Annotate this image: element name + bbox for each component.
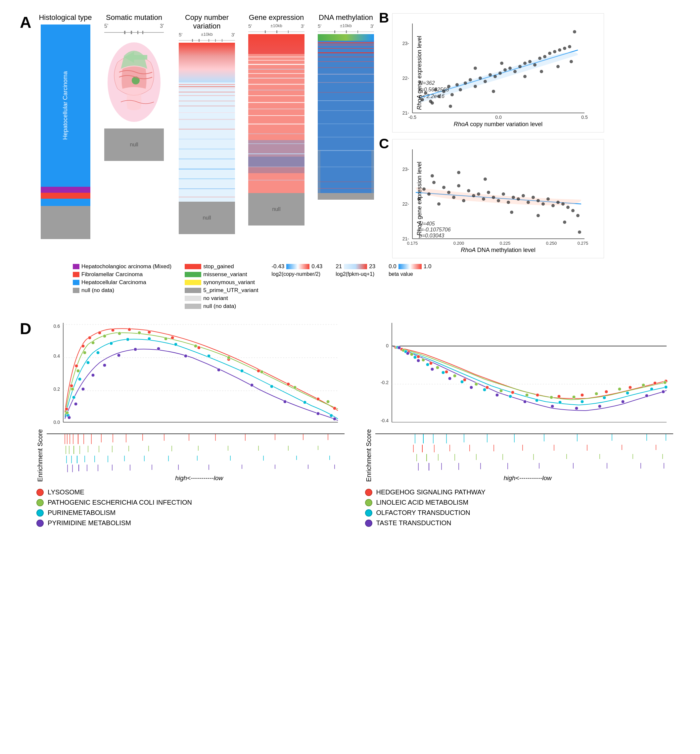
svg-rect-54 [248, 180, 305, 180]
somatic-track-svg [104, 29, 164, 36]
svg-point-370 [664, 385, 667, 389]
svg-rect-44 [248, 90, 305, 91]
svg-rect-20 [179, 101, 235, 101]
svg-rect-70 [318, 82, 374, 83]
svg-text:0.275: 0.275 [578, 241, 589, 246]
svg-text:-0.5: -0.5 [408, 114, 416, 120]
svg-point-169 [527, 201, 530, 204]
svg-point-167 [517, 197, 520, 201]
svg-rect-64 [318, 48, 374, 48]
svg-rect-13 [222, 39, 222, 42]
svg-text:0.0: 0.0 [495, 114, 502, 120]
svg-point-164 [502, 192, 505, 196]
svg-point-248 [117, 354, 120, 357]
svg-point-151 [437, 202, 441, 206]
svg-point-104 [478, 77, 482, 80]
svg-rect-76 [318, 150, 374, 151]
expr-legend-max: 23 [369, 263, 375, 270]
svg-point-381 [598, 405, 602, 408]
svg-point-360 [442, 371, 445, 374]
svg-point-185 [563, 221, 566, 224]
svg-rect-77 [318, 167, 374, 167]
svg-point-363 [509, 395, 512, 398]
svg-point-153 [447, 191, 450, 194]
expr-heatmap-top [248, 34, 305, 54]
svg-rect-11 [208, 39, 209, 42]
svg-point-124 [431, 101, 434, 105]
cnv-colorbar-row: -0.43 0.43 [271, 263, 322, 270]
svg-rect-4 [142, 31, 143, 34]
hist-legend-label-2: Fibrolamellar Carcinoma [81, 271, 143, 278]
svg-point-384 [662, 390, 665, 393]
panels-bc-container: B RhoA gene expression level 21- [392, 13, 617, 258]
gsea-left-rug-label: high<-----------low [47, 474, 352, 482]
svg-point-154 [452, 196, 455, 199]
svg-point-128 [500, 62, 503, 65]
svg-rect-35 [288, 30, 289, 33]
svg-point-114 [528, 60, 531, 63]
svg-text:0.0: 0.0 [54, 419, 60, 425]
svg-point-224 [194, 344, 197, 348]
svg-point-336 [581, 393, 584, 397]
svg-point-206 [128, 328, 131, 331]
expr-heatmap-svg [248, 54, 305, 193]
svg-rect-26 [179, 149, 235, 149]
hist-bar-hcc2 [41, 199, 91, 206]
svg-rect-1 [124, 31, 125, 34]
svg-point-382 [621, 400, 625, 403]
hist-legend-item-1: Hepatocholangioc arcinoma (Mixed) [73, 263, 172, 270]
svg-text:0.200: 0.200 [453, 241, 464, 246]
svg-text:0.4: 0.4 [54, 354, 60, 358]
gsea-left-rug-text: high<-----------low [175, 474, 223, 482]
panel-d-label: D [20, 319, 31, 338]
mut-legend-item-3: synonymous_variant [185, 279, 258, 286]
svg-point-130 [540, 70, 543, 73]
svg-point-123 [573, 30, 576, 33]
svg-text:r=-0.1075706: r=-0.1075706 [419, 227, 451, 233]
meth-column: DNA methylation 5' ±10kb 3' [313, 13, 379, 258]
svg-point-365 [558, 400, 562, 404]
svg-point-368 [626, 391, 629, 395]
svg-point-358 [413, 356, 417, 359]
svg-text:22-: 22- [402, 75, 409, 81]
cnv-track-ticks [179, 38, 235, 43]
svg-rect-40 [248, 69, 305, 70]
svg-rect-74 [318, 124, 374, 124]
figure-container: A Histological type Hepatocellular Carci… [0, 0, 700, 540]
svg-rect-29 [179, 178, 235, 179]
svg-rect-21 [179, 106, 235, 106]
svg-point-253 [250, 383, 253, 387]
svg-point-173 [547, 197, 550, 201]
meth-legend: 0.0 1.0 beta value [389, 263, 431, 310]
svg-point-343 [410, 353, 413, 356]
panel-c-plot: RhoA gene expression level 21- 22- 23- [392, 139, 604, 258]
legend-label-olfactory: OLFACTORY TRANSDUCTION [376, 509, 470, 516]
svg-point-330 [445, 370, 448, 374]
panel-c-y-label: RhoA gene expression level [416, 161, 423, 236]
svg-point-367 [603, 396, 606, 399]
panel-c-x-text: DNA methylation level [477, 247, 536, 253]
hist-bar-mixed [41, 187, 91, 193]
somatic-col-header: Somatic mutation [106, 13, 162, 22]
gsea-right-rug-svg [375, 434, 673, 473]
panel-b-y-gene: RhoA [416, 95, 423, 110]
expr-legend: 21 23 log2(fpkm-uq+1) [336, 263, 375, 310]
svg-rect-49 [248, 124, 305, 125]
svg-point-235 [126, 338, 130, 341]
legend-dot-hedgehog [365, 489, 372, 496]
legend-dot-lysosome [36, 489, 44, 496]
svg-rect-16 [179, 86, 235, 87]
svg-point-348 [500, 389, 503, 393]
svg-point-105 [484, 80, 487, 83]
mut-legend-label-5: no variant [203, 295, 228, 302]
panel-b-y-label: RhoA gene expression level [416, 36, 423, 110]
svg-point-199 [65, 407, 68, 411]
svg-text:23-: 23- [402, 41, 409, 46]
svg-rect-69 [318, 74, 374, 75]
gsea-right-y-text: Enrichment Score [365, 429, 373, 482]
svg-point-171 [536, 199, 540, 202]
expr-label-5: 5' [248, 23, 252, 29]
gsea-right-with-yaxis: Enrichment Score 0 -0.2 -0.4 [365, 319, 680, 482]
svg-point-176 [561, 202, 565, 206]
meth-heatmap-svg [318, 41, 374, 193]
